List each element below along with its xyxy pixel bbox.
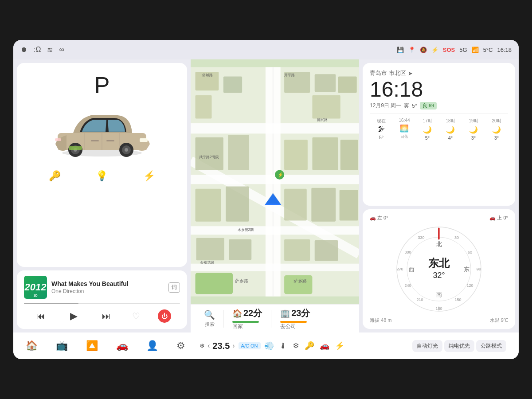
home-nav[interactable]: 🏠 22分 回家 bbox=[225, 307, 269, 330]
auto-light-button[interactable]: 自动灯光 bbox=[412, 340, 442, 352]
ac-arrow-left[interactable]: ‹ bbox=[207, 342, 210, 350]
weather-hour-5: 20时 🌙 3° bbox=[485, 118, 508, 141]
hour-icon-2: 🌙 bbox=[423, 125, 432, 134]
svg-text:30: 30 bbox=[454, 235, 459, 240]
svg-text:90: 90 bbox=[477, 267, 481, 271]
location-icon: 📍 bbox=[408, 47, 415, 53]
gear-indicator: P bbox=[94, 72, 110, 98]
drive-icon[interactable]: 🚗 bbox=[320, 341, 329, 351]
work-label: 去公司 bbox=[280, 323, 310, 330]
next-button[interactable]: ⏭ bbox=[98, 309, 114, 323]
svg-text:南: 南 bbox=[436, 291, 442, 298]
ev-priority-button[interactable]: 纯电优先 bbox=[444, 340, 474, 352]
compass-container: 30 60 90 120 150 180 210 240 270 300 330 bbox=[370, 225, 508, 313]
map-divider-2 bbox=[271, 310, 271, 328]
music-text: What Makes You Beautiful One Direction bbox=[51, 280, 164, 294]
fan-icon[interactable]: 💨 bbox=[264, 341, 274, 351]
album-year-text: 2012 bbox=[25, 282, 47, 293]
svg-text:东: 东 bbox=[464, 266, 469, 273]
map-area[interactable]: ⚡ 萨乡路 萨乡路 俗城路 开平路 德兴路 武宁路2号院 水乡苑2期 金裕花园 bbox=[191, 59, 359, 304]
power-music-button[interactable]: ⏻ bbox=[158, 309, 171, 323]
clock-status: 16:18 bbox=[497, 47, 512, 53]
bottom-nav-left: 🏠 📺 🔼 🚗 👤 ⚙ bbox=[17, 338, 194, 353]
status-bar: ⏺ :Ω ≋ ∞ 💾 📍 🔕 ⚡ SOS 5G 📶 5°C 16:18 bbox=[13, 40, 519, 59]
location-label: 青岛市 市北区 ➤ bbox=[370, 69, 413, 77]
weather-divider bbox=[370, 113, 508, 113]
bottom-nav: 🏠 📺 🔼 🚗 👤 ⚙ ❄ ‹ 23.5 › A/C ON 💨 🌡 ❄ 🔑 🚗 bbox=[13, 332, 519, 359]
right-panel: 青岛市 市北区 ➤ 16:18 12月9日 周一 雾 5° 良 69 现在 bbox=[359, 59, 519, 332]
slope-info: 🚗 左 0° 🚗 上 0° bbox=[370, 215, 508, 221]
svg-text:水乡苑2期: 水乡苑2期 bbox=[238, 227, 254, 232]
hour-label-2: 17时 bbox=[422, 118, 432, 124]
hour-label-3: 18时 bbox=[446, 118, 455, 124]
svg-text:150: 150 bbox=[454, 297, 461, 302]
bluetooth-icon: ⚡ bbox=[431, 47, 438, 53]
mute-icon: 🔕 bbox=[420, 47, 427, 53]
search-action[interactable]: 🔍 搜索 bbox=[198, 309, 221, 328]
hour-temp-2: 5° bbox=[425, 135, 430, 141]
svg-rect-31 bbox=[228, 135, 249, 170]
like-button[interactable]: ♡ bbox=[132, 311, 140, 321]
hour-temp-5: 3° bbox=[494, 135, 499, 141]
svg-rect-21 bbox=[191, 226, 359, 235]
hour-temp-0: 5° bbox=[379, 135, 384, 140]
svg-rect-15 bbox=[106, 140, 114, 141]
nav-screen-icon[interactable]: 📺 bbox=[52, 338, 71, 353]
date-label: 12月9日 周一 bbox=[370, 102, 401, 110]
svg-rect-43 bbox=[315, 240, 338, 261]
svg-rect-39 bbox=[340, 190, 358, 221]
nav-home-icon[interactable]: 🏠 bbox=[22, 338, 41, 353]
road-mode-button[interactable]: 公路模式 bbox=[476, 340, 506, 352]
svg-text:俗城路: 俗城路 bbox=[202, 73, 213, 78]
light-icon[interactable]: 💡 bbox=[90, 168, 113, 184]
key-icon[interactable]: 🔑 bbox=[305, 341, 314, 351]
hour-label-0: 现在 bbox=[377, 118, 386, 124]
nav-apps-icon[interactable]: ⚙ bbox=[173, 338, 189, 353]
svg-rect-24 bbox=[223, 77, 242, 93]
svg-rect-14 bbox=[91, 140, 99, 141]
svg-rect-36 bbox=[226, 187, 249, 222]
ac-arrow-right[interactable]: › bbox=[232, 342, 235, 350]
play-button[interactable]: ▶ bbox=[66, 309, 81, 324]
location-time: 青岛市 市北区 ➤ bbox=[370, 69, 508, 77]
compass-card: 🚗 左 0° 🚗 上 0° bbox=[363, 209, 515, 329]
defrost-icon[interactable]: ❄ bbox=[293, 341, 299, 351]
work-time: 23分 bbox=[291, 307, 310, 319]
music-artist: One Direction bbox=[51, 288, 164, 294]
main-content: P bbox=[13, 59, 519, 332]
nav-user-icon[interactable]: 👤 bbox=[143, 338, 162, 353]
settings-icon: ∞ bbox=[59, 46, 64, 54]
nav-car-icon[interactable]: 🚗 bbox=[113, 338, 132, 353]
home-label: 回家 bbox=[232, 323, 262, 330]
svg-text:北: 北 bbox=[436, 241, 442, 247]
hour-temp-3: 4° bbox=[448, 135, 453, 141]
bottom-icons: 💨 🌡 ❄ 🔑 🚗 ⚡ bbox=[264, 341, 344, 351]
svg-rect-30 bbox=[196, 137, 223, 170]
svg-text:120: 120 bbox=[466, 283, 473, 288]
hour-label-1: 16:44 bbox=[399, 118, 410, 123]
lock-icon[interactable]: 🔑 bbox=[43, 168, 66, 184]
signal-icon: 📶 bbox=[472, 47, 479, 53]
svg-text:60: 60 bbox=[468, 250, 472, 254]
lyrics-button[interactable]: 词 bbox=[168, 282, 180, 293]
hour-desc-1: 日落 bbox=[400, 134, 408, 140]
electric-icon[interactable]: ⚡ bbox=[335, 341, 344, 351]
sos-label[interactable]: SOS bbox=[443, 47, 455, 53]
album-band-text: 1D bbox=[24, 294, 47, 297]
prev-button[interactable]: ⏮ bbox=[33, 309, 49, 323]
heat-icon[interactable]: 🌡 bbox=[279, 341, 287, 351]
music-title: What Makes You Beautiful bbox=[51, 280, 164, 287]
svg-rect-42 bbox=[284, 239, 310, 261]
svg-rect-35 bbox=[196, 189, 221, 222]
left-slope-label: 🚗 左 0° bbox=[370, 215, 388, 221]
hour-icon-5: 🌙 bbox=[492, 125, 501, 134]
power-control-icon[interactable]: ⚡ bbox=[138, 168, 160, 184]
nav-map-icon[interactable]: 🔼 bbox=[82, 338, 102, 353]
ac-icon: ❄ bbox=[200, 342, 205, 349]
svg-rect-32 bbox=[284, 140, 308, 170]
aqi-badge: 良 69 bbox=[420, 102, 437, 110]
ac-control[interactable]: ❄ ‹ 23.5 › bbox=[200, 341, 235, 351]
work-nav[interactable]: 🏢 23分 去公司 bbox=[273, 307, 317, 330]
music-controls: ⏮ ▶ ⏭ ♡ ⏻ bbox=[24, 309, 180, 324]
svg-rect-27 bbox=[315, 74, 336, 92]
